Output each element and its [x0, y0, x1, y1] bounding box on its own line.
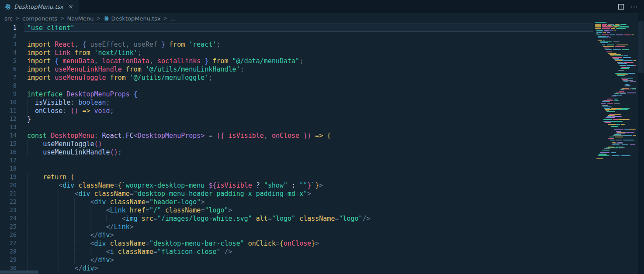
code-line[interactable]: 3import React, { useEffect, useRef } fro… — [0, 40, 644, 48]
tab-desktopmenu[interactable]: DesktopMenu.tsx × — [0, 0, 79, 13]
indent-guide — [27, 223, 28, 230]
code-line[interactable]: 4import Link from 'next/link'; — [0, 48, 644, 57]
code-line[interactable]: 22 <div className="header-logo"> — [0, 198, 644, 206]
line-number[interactable]: 3 — [0, 40, 24, 48]
code-line[interactable]: 17 — [0, 156, 644, 164]
line-number[interactable]: 11 — [0, 106, 24, 115]
indent-guide — [43, 248, 43, 255]
breadcrumb-item-src[interactable]: src — [4, 15, 13, 22]
code-line[interactable]: 13 — [0, 123, 644, 131]
code-line[interactable]: 1"use client" — [0, 24, 644, 32]
code-line[interactable]: 7import useMenuToggle from '@/utils/menu… — [0, 73, 644, 82]
minimap-segment — [607, 99, 613, 99]
line-number[interactable]: 23 — [0, 206, 24, 214]
line-number[interactable]: 8 — [0, 82, 24, 90]
minimap-row — [595, 37, 638, 38]
code-line[interactable]: 15 useMenuToggle() — [0, 140, 644, 148]
code-line[interactable]: 30 </div> — [0, 264, 644, 272]
breadcrumb: src>components>NavMenu>DesktopMenu.tsx>.… — [0, 13, 644, 24]
line-number[interactable]: 14 — [0, 131, 24, 140]
code-line[interactable]: 29 </div> — [0, 256, 644, 264]
line-number[interactable]: 19 — [0, 173, 24, 181]
line-number[interactable]: 7 — [0, 73, 24, 82]
indent-guide — [43, 264, 43, 272]
code-line[interactable]: 9interface DesktopMenuProps { — [0, 90, 644, 98]
vscode-window: DesktopMenu.tsx × ⋯ src>components>NavMe… — [0, 0, 644, 274]
horizontal-scrollbar-thumb[interactable] — [0, 271, 38, 274]
line-number[interactable]: 12 — [0, 115, 24, 123]
code-line[interactable]: 2 — [0, 32, 644, 40]
code-line[interactable]: 16 useMenuLinkHandle(); — [0, 148, 644, 156]
line-number[interactable]: 16 — [0, 148, 24, 156]
line-content: return ( — [24, 173, 593, 181]
indent-guide — [59, 198, 59, 206]
line-number[interactable]: 29 — [0, 256, 24, 264]
vertical-scrollbar-thumb[interactable] — [638, 21, 644, 73]
minimap-segment — [606, 51, 612, 52]
line-content: <div className="desktop-menu-bar-close" … — [24, 239, 593, 247]
line-number[interactable]: 9 — [0, 90, 24, 98]
code-line[interactable]: 12} — [0, 115, 644, 123]
indent-guide — [106, 215, 107, 222]
code-line[interactable]: 21 <div className="desktop-menu-header p… — [0, 189, 644, 198]
close-icon[interactable]: × — [68, 3, 73, 10]
code-line[interactable]: 5import { menuData, locationData, social… — [0, 57, 644, 65]
code-line[interactable]: 11 onClose: () => void; — [0, 106, 644, 115]
indent-guide — [27, 140, 28, 147]
minimap-row — [595, 33, 638, 34]
line-number[interactable]: 6 — [0, 65, 24, 73]
split-editor-icon[interactable] — [618, 3, 624, 10]
breadcrumb-item-components[interactable]: components — [22, 15, 57, 22]
minimap-segment — [613, 143, 623, 144]
code-line[interactable]: 20 <div className={`wooprex-desktop-menu… — [0, 181, 644, 189]
indent-guide — [27, 182, 28, 189]
vertical-scrollbar[interactable] — [638, 13, 644, 274]
code-line[interactable]: 14const DesktopMenu: React.FC<DesktopMen… — [0, 131, 644, 140]
line-content: <div className="header-logo"> — [24, 198, 593, 206]
line-number[interactable]: 22 — [0, 198, 24, 206]
code-line[interactable]: 18 — [0, 164, 644, 173]
line-number[interactable]: 5 — [0, 57, 24, 65]
line-number[interactable]: 4 — [0, 48, 24, 57]
line-number[interactable]: 21 — [0, 189, 24, 198]
indent-guide — [27, 198, 28, 206]
minimap-row — [595, 126, 638, 127]
more-actions-icon[interactable]: ⋯ — [630, 3, 638, 11]
minimap-row — [595, 143, 638, 144]
code-line[interactable]: 19 return ( — [0, 173, 644, 181]
line-number[interactable]: 18 — [0, 164, 24, 173]
code-line[interactable]: 6import useMenuLinkHandle from '@/utils/… — [0, 65, 644, 73]
code-line[interactable]: 10 isVisible: boolean; — [0, 98, 644, 106]
breadcrumb-item--[interactable]: ... — [170, 15, 176, 22]
indent-guide — [43, 231, 43, 239]
line-number[interactable]: 2 — [0, 32, 24, 40]
code-line[interactable]: 26 </div> — [0, 231, 644, 239]
code-line[interactable]: 28 <i className="flaticon-close" /> — [0, 247, 644, 256]
line-number[interactable]: 13 — [0, 123, 24, 131]
line-number[interactable]: 26 — [0, 231, 24, 239]
breadcrumb-item-navmenu[interactable]: NavMenu — [67, 15, 93, 22]
indent-guide — [43, 206, 43, 214]
line-number[interactable]: 10 — [0, 98, 24, 106]
line-number[interactable]: 24 — [0, 214, 24, 223]
line-number[interactable]: 25 — [0, 223, 24, 231]
minimap-segment — [629, 129, 636, 130]
line-number[interactable]: 1 — [0, 24, 24, 32]
minimap-row — [595, 22, 638, 23]
code-line[interactable]: 23 <Link href="/" className="logo"> — [0, 206, 644, 214]
line-content: <Link href="/" className="logo"> — [24, 206, 593, 214]
line-number[interactable]: 15 — [0, 140, 24, 148]
line-number[interactable]: 28 — [0, 247, 24, 256]
indent-guide — [90, 206, 90, 214]
code-line[interactable]: 8 — [0, 82, 644, 90]
code-editor[interactable]: 1"use client"23import React, { useEffect… — [0, 24, 644, 274]
code-line[interactable]: 25 </Link> — [0, 223, 644, 231]
minimap[interactable] — [595, 22, 638, 161]
line-number[interactable]: 27 — [0, 239, 24, 247]
code-line[interactable]: 24 <img src="/images/logo-white.svg" alt… — [0, 214, 644, 223]
code-line[interactable]: 27 <div className="desktop-menu-bar-clos… — [0, 239, 644, 247]
line-number[interactable]: 17 — [0, 156, 24, 164]
line-number[interactable]: 20 — [0, 181, 24, 189]
breadcrumb-item-desktopmenu-tsx[interactable]: DesktopMenu.tsx — [104, 15, 161, 22]
indent-guide — [59, 256, 59, 264]
